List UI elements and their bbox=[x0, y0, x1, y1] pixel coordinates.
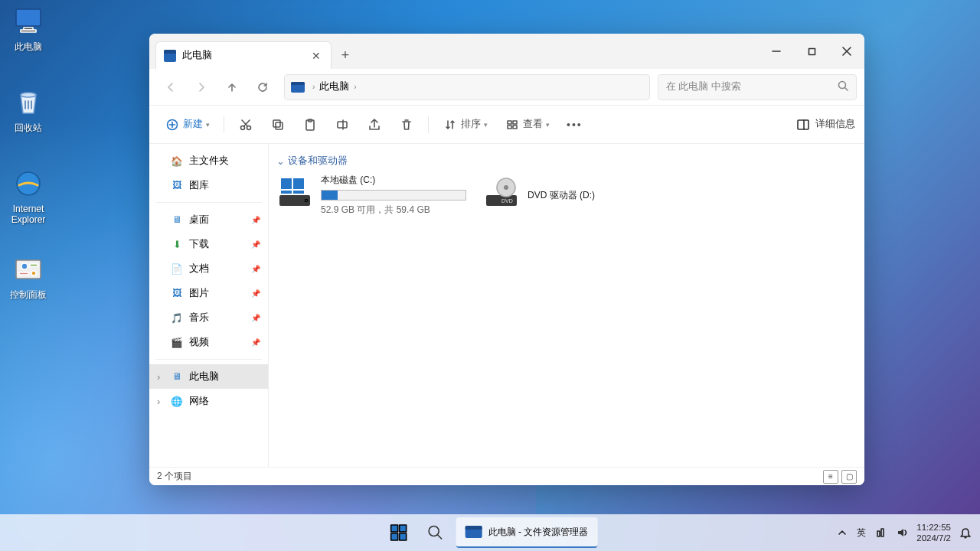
sort-icon bbox=[443, 117, 458, 132]
download-icon: ⬇ bbox=[171, 238, 183, 250]
status-item-count: 2 个项目 bbox=[157, 470, 192, 483]
clock[interactable]: 11:22:55 2024/7/2 bbox=[916, 522, 951, 543]
ime-indicator[interactable]: 英 bbox=[857, 527, 866, 539]
sidebar-pictures[interactable]: 🖼图片📌 bbox=[149, 281, 268, 305]
window-tab[interactable]: 此电脑 ✕ bbox=[155, 41, 332, 69]
taskbar: 此电脑 - 文件资源管理器 英 11:22:55 2024/7/2 bbox=[0, 514, 980, 551]
svg-rect-37 bbox=[281, 178, 292, 189]
desktop-icon-label: Internet Explorer bbox=[0, 204, 57, 225]
details-view-button[interactable]: ≡ bbox=[823, 470, 838, 484]
close-tab-button[interactable]: ✕ bbox=[309, 49, 323, 63]
refresh-button[interactable] bbox=[249, 73, 276, 101]
svg-rect-40 bbox=[293, 191, 304, 194]
desktop-icon-control-panel[interactable]: 控制面板 bbox=[0, 253, 57, 300]
up-button[interactable] bbox=[218, 73, 246, 101]
svg-rect-28 bbox=[338, 122, 347, 128]
share-button[interactable] bbox=[361, 112, 388, 138]
breadcrumb-segment[interactable]: 此电脑 bbox=[319, 80, 349, 93]
drive-name: DVD 驱动器 (D:) bbox=[528, 189, 636, 202]
svg-rect-12 bbox=[808, 48, 815, 54]
video-icon: 🎬 bbox=[171, 336, 183, 348]
pin-icon: 📌 bbox=[251, 338, 260, 347]
content-pane[interactable]: ⌄ 设备和驱动器 本地磁盘 (C:) 52.9 GB 可用，共 59.4 GB bbox=[269, 144, 864, 467]
volume-icon[interactable] bbox=[895, 526, 909, 540]
separator bbox=[428, 116, 429, 133]
back-button[interactable] bbox=[157, 73, 185, 101]
forward-button[interactable] bbox=[188, 73, 215, 101]
maximize-button[interactable] bbox=[794, 34, 829, 69]
start-button[interactable] bbox=[383, 517, 415, 549]
separator bbox=[224, 116, 224, 133]
desktop-icon-recycle-bin[interactable]: 回收站 bbox=[0, 86, 57, 133]
svg-rect-6 bbox=[16, 260, 41, 279]
desktop-icon-this-pc[interactable]: 此电脑 bbox=[0, 5, 57, 52]
notifications-button[interactable] bbox=[959, 526, 972, 540]
taskbar-app-explorer[interactable]: 此电脑 - 文件资源管理器 bbox=[456, 517, 598, 548]
paste-button[interactable] bbox=[296, 112, 324, 138]
svg-rect-30 bbox=[508, 121, 511, 124]
svg-point-10 bbox=[31, 271, 36, 276]
sidebar-network[interactable]: 🌐网络 bbox=[149, 389, 268, 413]
new-button[interactable]: 新建 ▾ bbox=[158, 112, 216, 138]
svg-rect-31 bbox=[513, 121, 517, 124]
ie-icon bbox=[11, 167, 45, 201]
sidebar-home[interactable]: 🏠主文件夹 bbox=[149, 148, 268, 173]
svg-point-3 bbox=[21, 93, 36, 97]
pin-icon: 📌 bbox=[251, 289, 260, 298]
large-icons-view-button[interactable]: ▢ bbox=[841, 470, 857, 484]
desktop-icon-label: 此电脑 bbox=[15, 41, 42, 52]
svg-rect-32 bbox=[508, 126, 511, 129]
view-label: 查看 bbox=[523, 118, 543, 131]
search-input[interactable]: 在 此电脑 中搜索 bbox=[658, 74, 857, 100]
navigation-pane: 🏠主文件夹 🖼图库 🖥桌面📌 ⬇下载📌 📄文档📌 🖼图片📌 🎵音乐📌 🎬视频📌 … bbox=[149, 144, 269, 467]
svg-text:DVD: DVD bbox=[501, 198, 513, 204]
cut-button[interactable] bbox=[232, 112, 260, 138]
picture-icon: 🖼 bbox=[171, 287, 183, 299]
chevron-down-icon: ▾ bbox=[206, 121, 210, 129]
rename-button[interactable] bbox=[328, 112, 356, 138]
address-bar[interactable]: › 此电脑 › bbox=[284, 74, 650, 100]
sidebar-videos[interactable]: 🎬视频📌 bbox=[149, 330, 268, 354]
sidebar-desktop[interactable]: 🖥桌面📌 bbox=[149, 207, 268, 232]
minimize-button[interactable] bbox=[759, 34, 794, 69]
close-window-button[interactable] bbox=[829, 34, 864, 69]
group-header-label: 设备和驱动器 bbox=[288, 155, 348, 168]
sort-label: 排序 bbox=[461, 118, 481, 131]
capacity-bar bbox=[321, 190, 466, 201]
desktop-icon-ie[interactable]: Internet Explorer bbox=[0, 167, 57, 225]
svg-line-51 bbox=[438, 535, 442, 539]
pin-icon: 📌 bbox=[251, 240, 260, 249]
copy-button[interactable] bbox=[264, 112, 292, 138]
sort-button[interactable]: 排序 ▾ bbox=[436, 112, 494, 138]
new-tab-button[interactable]: + bbox=[332, 41, 359, 69]
sidebar-downloads[interactable]: ⬇下载📌 bbox=[149, 232, 268, 256]
svg-rect-34 bbox=[798, 120, 808, 129]
drive-dvd-d[interactable]: DVD DVD 驱动器 (D:) bbox=[483, 174, 636, 217]
svg-rect-39 bbox=[281, 191, 292, 194]
chevron-right-icon: › bbox=[312, 83, 315, 91]
search-button[interactable] bbox=[420, 517, 452, 549]
taskbar-app-label: 此电脑 - 文件资源管理器 bbox=[488, 526, 589, 539]
trash-icon bbox=[399, 117, 414, 132]
details-pane-button[interactable]: 详细信息 bbox=[795, 117, 855, 132]
group-header-devices[interactable]: ⌄ 设备和驱动器 bbox=[276, 155, 857, 168]
drive-name: 本地磁盘 (C:) bbox=[321, 174, 468, 187]
delete-button[interactable] bbox=[393, 112, 420, 138]
toolbar: 新建 ▾ 排序 ▾ 查看 ▾ ••• 详细信息 bbox=[149, 106, 864, 144]
view-button[interactable]: 查看 ▾ bbox=[498, 112, 556, 138]
more-button[interactable]: ••• bbox=[560, 112, 589, 138]
security-icon[interactable] bbox=[874, 526, 887, 540]
sidebar-documents[interactable]: 📄文档📌 bbox=[149, 256, 268, 281]
ellipsis-icon: ••• bbox=[567, 119, 583, 131]
tab-title: 此电脑 bbox=[182, 49, 212, 62]
sidebar-this-pc[interactable]: 🖥此电脑 bbox=[149, 364, 268, 389]
chevron-down-icon: ▾ bbox=[484, 121, 488, 129]
sidebar-gallery[interactable]: 🖼图库 bbox=[149, 173, 268, 197]
svg-rect-0 bbox=[16, 9, 41, 26]
separator bbox=[155, 359, 262, 360]
home-icon: 🏠 bbox=[171, 155, 183, 167]
tray-overflow-button[interactable] bbox=[835, 526, 849, 540]
drive-local-disk-c[interactable]: 本地磁盘 (C:) 52.9 GB 可用，共 59.4 GB bbox=[276, 174, 468, 217]
sidebar-music[interactable]: 🎵音乐📌 bbox=[149, 305, 268, 330]
monitor-icon bbox=[11, 5, 45, 38]
